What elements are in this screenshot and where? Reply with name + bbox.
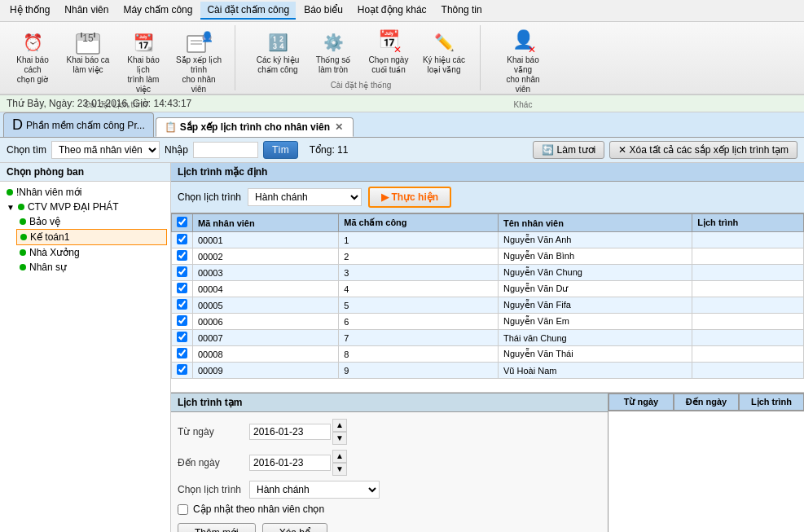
to-date-down[interactable]: ▼: [332, 463, 347, 476]
tab-sap-xep[interactable]: 📋 Sắp xếp lịch trình cho nhân viên ✕: [156, 117, 354, 137]
cell-ma-cc: 2: [339, 248, 499, 265]
menu-may-cham-cong[interactable]: Máy chấm công: [116, 2, 199, 20]
from-date-up[interactable]: ▲: [332, 419, 347, 432]
search-button[interactable]: Tìm: [263, 141, 298, 159]
tree-item-bao-ve[interactable]: Bảo vệ: [16, 214, 167, 229]
ribbon-btn-lich-trinh[interactable]: 📆 Khai báo lịchtrình làm việc: [117, 25, 169, 99]
cell-ma-cc: 1: [339, 232, 499, 248]
settings-icon: ⚙️: [320, 29, 346, 55]
cell-ma-cc: 7: [339, 330, 499, 346]
row-checkbox[interactable]: [177, 315, 187, 326]
menu-bar: Hệ thống Nhân viên Máy chấm công Cài đặt…: [0, 0, 804, 22]
tab-icon-phan-mem: D: [12, 117, 23, 134]
tab-phan-mem[interactable]: D Phần mềm chấm công Pr...: [3, 112, 154, 137]
total-label: Tổng: 11: [310, 144, 349, 156]
table-row: 00003 3 Nguyễn Văn Chung: [172, 265, 804, 281]
tree-label: !Nhân viên mới: [16, 187, 81, 198]
row-checkbox[interactable]: [177, 250, 187, 261]
temp-schedule-header: Lịch trình tạm: [171, 394, 608, 412]
table-row: 00002 2 Nguyễn Văn Bình: [172, 248, 804, 265]
ribbon-btn-thong-so[interactable]: ⚙️ Thống sốlàm tròn: [307, 25, 359, 79]
tree-item-ke-toan[interactable]: Kế toán1: [16, 229, 167, 245]
ribbon-btn-chon-gio[interactable]: ⏰ Khai báo cáchchọn giờ: [7, 25, 59, 89]
dot-icon: [20, 218, 26, 225]
ribbon-btn-ky-hieu-vang[interactable]: ✏️ Ký hiệu cácloại vắng: [418, 25, 470, 79]
schedule-select[interactable]: Hành chánh: [248, 188, 362, 206]
menu-thong-tin[interactable]: Thông tin: [435, 2, 489, 20]
execute-label: Thực hiện: [391, 191, 438, 203]
cell-ma-nv: 00001: [193, 232, 339, 248]
side-table-body: [608, 411, 804, 418]
dot-icon: [20, 234, 27, 240]
cell-lich-trinh: [692, 232, 804, 248]
table-row: 00009 9 Vũ Hoài Nam: [172, 363, 804, 379]
temp-schedule-select[interactable]: Hành chánh: [249, 481, 380, 499]
ribbon-btn-chon-ngay[interactable]: 📅 ✕ Chọn ngàycuối tuần: [362, 25, 415, 79]
add-button[interactable]: Thêm mới: [178, 523, 256, 532]
delete-button[interactable]: Xóa bổ: [262, 523, 327, 532]
dot-icon: [20, 249, 26, 256]
cell-lich-trinh: [692, 265, 804, 281]
status-text: Thứ Bảy, Ngày: 23-01-2016, Giờ: 14:43:17: [7, 98, 191, 109]
refresh-button[interactable]: 🔄 Làm tươi: [533, 141, 604, 159]
tree-item-nhan-su[interactable]: Nhân sự: [16, 260, 167, 275]
update-checkbox[interactable]: [178, 504, 188, 515]
row-checkbox[interactable]: [177, 299, 187, 310]
select-all-checkbox[interactable]: [177, 217, 187, 227]
tree-item-cty[interactable]: ▼ CTV MVP ĐẠI PHÁT: [3, 200, 167, 214]
row-checkbox-cell: [172, 265, 193, 281]
cell-lich-trinh: [692, 281, 804, 297]
menu-cai-dat-cham-cong[interactable]: Cài đặt chấm công: [200, 2, 296, 20]
row-checkbox[interactable]: [177, 348, 187, 358]
row-checkbox[interactable]: [177, 283, 187, 293]
dot-icon: [7, 189, 13, 196]
from-date-input[interactable]: [249, 424, 331, 440]
tree-item-nha-xuong[interactable]: Nhà Xưởng: [16, 245, 167, 260]
side-table-header: Từ ngày Đến ngày Lịch trình: [608, 394, 804, 411]
ribbon-btn-sap-xep[interactable]: 👤 Sắp xếp lịch trìnhcho nhân viên: [173, 25, 225, 99]
cell-ma-nv: 00003: [193, 265, 339, 281]
ribbon-btn-ca-lam-viec[interactable]: 15 Khai báo calàm việc: [62, 25, 114, 79]
search-input[interactable]: [193, 142, 258, 158]
table-row: 00007 7 Thái văn Chung: [172, 330, 804, 346]
to-date-label: Đến ngày: [178, 457, 243, 468]
cell-lich-trinh: [692, 314, 804, 330]
ribbon-btn-ky-hieu[interactable]: 🔢 Các ký hiệuchấm công: [252, 25, 304, 79]
schedule-default-header: Lịch trình mặc định: [171, 163, 804, 182]
from-date-down[interactable]: ▼: [332, 432, 347, 445]
menu-bao-bieu[interactable]: Báo biểu: [297, 2, 349, 20]
menu-hoat-dong-khac[interactable]: Hoạt động khác: [351, 2, 433, 20]
clear-button[interactable]: ✕ Xóa tất cả các sắp xếp lịch trình tạm: [609, 141, 797, 159]
schedule-select-row: Chọn lịch trình Hành chánh: [178, 481, 601, 499]
tree-label: Bảo vệ: [29, 216, 60, 227]
checkbox-row: Cập nhật theo nhân viên chọn: [178, 503, 601, 515]
menu-nhan-vien[interactable]: Nhân viên: [58, 2, 115, 20]
ribbon-btn-khai-bao-vang[interactable]: 👤 ✕ Khai báo vắngcho nhân viên: [497, 25, 549, 99]
row-checkbox-cell: [172, 314, 193, 330]
search-type-select[interactable]: Theo mã nhân viên: [51, 141, 160, 159]
row-checkbox[interactable]: [177, 332, 187, 342]
to-date-input-wrap: ▲ ▼: [249, 450, 347, 476]
from-date-input-wrap: ▲ ▼: [249, 419, 347, 445]
department-tree: !Nhân viên mới ▼ CTV MVP ĐẠI PHÁT Bảo vệ…: [0, 182, 170, 278]
tab-icon-sap-xep: 📋: [165, 121, 177, 133]
cell-ten-nv: Thái văn Chung: [499, 330, 692, 346]
row-checkbox[interactable]: [177, 266, 187, 277]
row-checkbox[interactable]: [177, 234, 187, 244]
col-ma-cc: Mã chấm công: [339, 214, 499, 232]
tree-item-nv-moi[interactable]: !Nhân viên mới: [3, 185, 167, 200]
execute-button[interactable]: ▶ Thực hiện: [368, 187, 451, 208]
expand-icon: ▼: [7, 203, 15, 212]
to-date-input[interactable]: [249, 455, 331, 471]
col-from: Từ ngày: [608, 394, 674, 411]
tab-close-sap-xep[interactable]: ✕: [333, 121, 345, 133]
row-checkbox[interactable]: [177, 364, 187, 375]
to-date-up[interactable]: ▲: [332, 450, 347, 463]
cell-ten-nv: Nguyễn Văn Anh: [499, 232, 692, 248]
ribbon-group-system: 🔢 Các ký hiệuchấm công ⚙️ Thống sốlàm tr…: [252, 25, 481, 90]
side-table: Từ ngày Đến ngày Lịch trình: [608, 394, 804, 532]
svg-text:👤: 👤: [201, 30, 213, 42]
menu-he-thong[interactable]: Hệ thống: [3, 2, 56, 20]
table-row: 00006 6 Nguyễn Văn Em: [172, 314, 804, 330]
row-checkbox-cell: [172, 330, 193, 346]
